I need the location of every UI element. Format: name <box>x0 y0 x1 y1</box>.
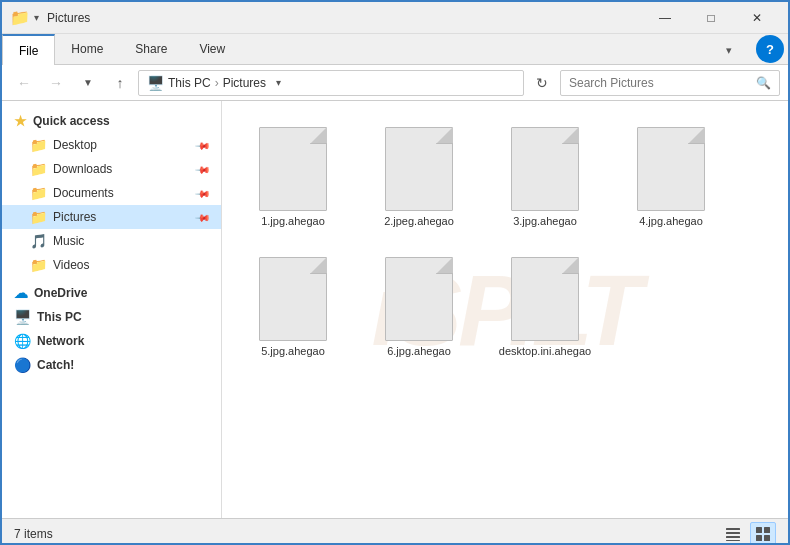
refresh-button[interactable]: ↻ <box>528 69 556 97</box>
tab-share[interactable]: Share <box>119 34 183 64</box>
file-item[interactable]: 1.jpg.ahegao <box>238 117 348 231</box>
svg-rect-0 <box>726 528 740 530</box>
breadcrumb-pictures[interactable]: Pictures <box>223 76 266 90</box>
network-label: Network <box>37 334 84 348</box>
thispc-label: This PC <box>37 310 82 324</box>
folder-icon-videos: 📁 <box>30 257 47 273</box>
sidebar-item-pictures[interactable]: 📁 Pictures 📌 <box>2 205 221 229</box>
file-thumbnail <box>511 251 579 341</box>
file-item[interactable]: 4.jpg.ahegao <box>616 117 726 231</box>
thispc-header[interactable]: 🖥️ This PC <box>2 305 221 329</box>
file-item[interactable]: 5.jpg.ahegao <box>238 247 348 361</box>
svg-rect-6 <box>756 535 762 541</box>
breadcrumb-sep1: › <box>215 76 219 90</box>
svg-rect-3 <box>726 540 740 541</box>
svg-rect-5 <box>764 527 770 533</box>
item-count: 7 items <box>14 527 53 541</box>
file-name: 3.jpg.ahegao <box>513 215 577 227</box>
file-thumbnail <box>259 251 327 341</box>
sidebar-label-documents: Documents <box>53 186 114 200</box>
catch-header[interactable]: 🔵 Catch! <box>2 353 221 377</box>
svg-rect-7 <box>764 535 770 541</box>
file-thumbnail <box>385 121 453 211</box>
breadcrumb-icon: 🖥️ <box>147 75 164 91</box>
catch-label: Catch! <box>37 358 74 372</box>
svg-rect-2 <box>726 536 740 538</box>
star-icon: ★ <box>14 113 27 129</box>
pin-icon-desktop: 📌 <box>195 137 211 153</box>
forward-button[interactable]: → <box>42 69 70 97</box>
folder-icon-documents: 📁 <box>30 185 47 201</box>
folder-icon-downloads: 📁 <box>30 161 47 177</box>
search-icon[interactable]: 🔍 <box>756 76 771 90</box>
tab-view[interactable]: View <box>183 34 241 64</box>
window-title: Pictures <box>47 11 642 25</box>
sidebar-item-music[interactable]: 🎵 Music <box>2 229 221 253</box>
tab-home[interactable]: Home <box>55 34 119 64</box>
window-controls: — □ ✕ <box>642 2 780 34</box>
sidebar-item-videos[interactable]: 📁 Videos <box>2 253 221 277</box>
catch-icon: 🔵 <box>14 357 31 373</box>
address-bar: ← → ▼ ↑ 🖥️ This PC › Pictures ▾ ↻ 🔍 <box>2 65 788 101</box>
sidebar: ★ Quick access 📁 Desktop 📌 📁 Downloads 📌… <box>2 101 222 518</box>
file-name: 1.jpg.ahegao <box>261 215 325 227</box>
quick-access-header[interactable]: ★ Quick access <box>2 109 221 133</box>
file-item[interactable]: 2.jpeg.ahegao <box>364 117 474 231</box>
view-controls <box>720 522 776 546</box>
main-content: ★ Quick access 📁 Desktop 📌 📁 Downloads 📌… <box>2 101 788 518</box>
ribbon-expand-button[interactable]: ▾ <box>706 34 752 66</box>
search-box: 🔍 <box>560 70 780 96</box>
svg-rect-1 <box>726 532 740 534</box>
app-icon: 📁 <box>10 8 30 27</box>
search-input[interactable] <box>569 76 752 90</box>
onedrive-label: OneDrive <box>34 286 87 300</box>
file-thumbnail <box>259 121 327 211</box>
tab-file[interactable]: File <box>2 34 55 65</box>
status-bar: 7 items <box>2 518 788 545</box>
thispc-icon: 🖥️ <box>14 309 31 325</box>
breadcrumb[interactable]: 🖥️ This PC › Pictures ▾ <box>138 70 524 96</box>
sidebar-item-downloads[interactable]: 📁 Downloads 📌 <box>2 157 221 181</box>
recent-locations-button[interactable]: ▼ <box>74 69 102 97</box>
file-name: 2.jpeg.ahegao <box>384 215 454 227</box>
quick-access-label: Quick access <box>33 114 110 128</box>
sidebar-label-videos: Videos <box>53 258 89 272</box>
breadcrumb-dropdown-button[interactable]: ▾ <box>270 70 286 96</box>
title-bar: 📁 ▾ Pictures — □ ✕ <box>2 2 788 34</box>
file-thumbnail <box>511 121 579 211</box>
file-thumbnail <box>637 121 705 211</box>
file-grid: 1.jpg.ahegao2.jpeg.ahegao3.jpg.ahegao4.j… <box>238 117 772 361</box>
pin-icon-pictures: 📌 <box>195 209 211 225</box>
file-name: desktop.ini.ahegao <box>499 345 591 357</box>
sidebar-item-documents[interactable]: 📁 Documents 📌 <box>2 181 221 205</box>
pin-icon-documents: 📌 <box>195 185 211 201</box>
file-item[interactable]: 6.jpg.ahegao <box>364 247 474 361</box>
sidebar-item-desktop[interactable]: 📁 Desktop 📌 <box>2 133 221 157</box>
folder-icon-desktop: 📁 <box>30 137 47 153</box>
svg-rect-4 <box>756 527 762 533</box>
file-area: iSP.LT 1.jpg.ahegao2.jpeg.ahegao3.jpg.ah… <box>222 101 788 518</box>
help-button[interactable]: ? <box>756 35 784 63</box>
network-header[interactable]: 🌐 Network <box>2 329 221 353</box>
up-button[interactable]: ↑ <box>106 69 134 97</box>
details-view-button[interactable] <box>720 522 746 546</box>
minimize-button[interactable]: — <box>642 2 688 34</box>
title-bar-icons: 📁 ▾ <box>10 8 39 27</box>
onedrive-header[interactable]: ☁ OneDrive <box>2 281 221 305</box>
file-item[interactable]: desktop.ini.ahegao <box>490 247 600 361</box>
folder-icon-music: 🎵 <box>30 233 47 249</box>
breadcrumb-thispc[interactable]: This PC <box>168 76 211 90</box>
onedrive-icon: ☁ <box>14 285 28 301</box>
file-item[interactable]: 3.jpg.ahegao <box>490 117 600 231</box>
sidebar-label-pictures: Pictures <box>53 210 96 224</box>
ribbon: File Home Share View ▾ ? <box>2 34 788 65</box>
ribbon-tabs: File Home Share View ▾ ? <box>2 34 788 64</box>
large-icons-view-button[interactable] <box>750 522 776 546</box>
folder-icon-pictures: 📁 <box>30 209 47 225</box>
network-icon: 🌐 <box>14 333 31 349</box>
back-button[interactable]: ← <box>10 69 38 97</box>
sidebar-label-downloads: Downloads <box>53 162 112 176</box>
file-name: 4.jpg.ahegao <box>639 215 703 227</box>
close-button[interactable]: ✕ <box>734 2 780 34</box>
maximize-button[interactable]: □ <box>688 2 734 34</box>
